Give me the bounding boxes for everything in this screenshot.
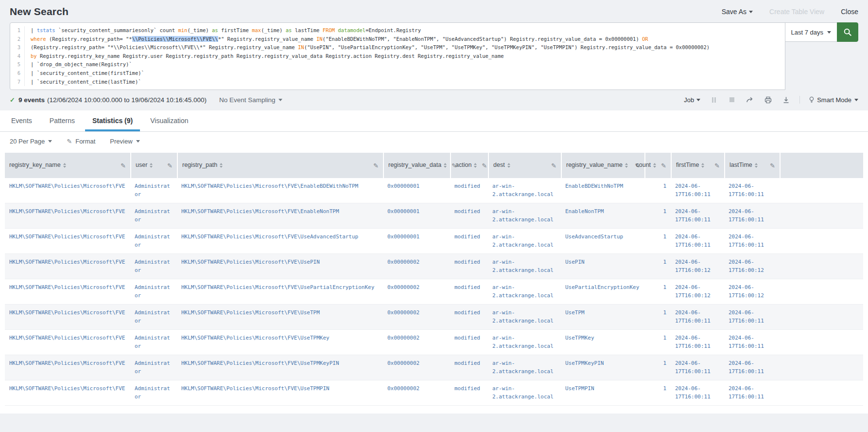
cell-dest[interactable]: ar-win-2.attackrange.local xyxy=(488,254,561,279)
cell-firstTime[interactable]: 2024-06-17T16:00:11 xyxy=(671,330,724,355)
cell-registry_value_name[interactable]: UsePIN xyxy=(561,254,644,279)
cell-action[interactable]: modified xyxy=(450,178,488,203)
format-menu[interactable]: Format xyxy=(67,138,95,145)
cell-registry_key_name[interactable]: HKLM\SOFTWARE\Policies\Microsoft\FVE xyxy=(5,229,130,253)
save-as-button[interactable]: Save As xyxy=(722,8,753,16)
cell-dest[interactable]: ar-win-2.attackrange.local xyxy=(488,380,561,405)
cell-count[interactable]: 1 xyxy=(644,380,671,405)
edit-column-icon[interactable] xyxy=(661,162,666,169)
share-icon[interactable] xyxy=(746,96,754,104)
cell-action[interactable]: modified xyxy=(450,229,488,253)
cell-registry_value_data[interactable]: 0x00000001 xyxy=(383,229,450,253)
cell-count[interactable]: 1 xyxy=(644,330,671,355)
tab-events[interactable]: Events xyxy=(4,110,39,131)
cell-lastTime[interactable]: 2024-06-17T16:00:11 xyxy=(724,330,780,355)
cell-registry_key_name[interactable]: HKLM\SOFTWARE\Policies\Microsoft\FVE xyxy=(5,355,130,380)
edit-column-icon[interactable] xyxy=(551,162,556,169)
cell-action[interactable]: modified xyxy=(450,203,488,228)
cell-dest[interactable]: ar-win-2.attackrange.local xyxy=(488,203,561,228)
tab-visualization[interactable]: Visualization xyxy=(143,110,195,131)
cell-dest[interactable]: ar-win-2.attackrange.local xyxy=(488,355,561,380)
header-cell-user[interactable]: user xyxy=(130,153,177,178)
cell-registry_value_name[interactable]: UseAdvancedStartup xyxy=(561,229,644,253)
cell-firstTime[interactable]: 2024-06-17T16:00:11 xyxy=(671,355,724,380)
cell-registry_value_data[interactable]: 0x00000002 xyxy=(383,279,450,304)
sort-icon[interactable] xyxy=(474,163,477,168)
cell-registry_value_name[interactable]: EnableNonTPM xyxy=(561,203,644,228)
edit-column-icon[interactable] xyxy=(482,162,487,169)
header-cell-registry_value_data[interactable]: registry_value_data xyxy=(383,153,450,178)
cell-registry_key_name[interactable]: HKLM\SOFTWARE\Policies\Microsoft\FVE xyxy=(5,330,130,355)
cell-user[interactable]: Administrator xyxy=(130,279,177,304)
cell-registry_value_data[interactable]: 0x00000001 xyxy=(383,203,450,228)
cell-dest[interactable]: ar-win-2.attackrange.local xyxy=(488,330,561,355)
cell-registry_path[interactable]: HKLM\SOFTWARE\Policies\Microsoft\FVE\Use… xyxy=(177,254,383,279)
cell-action[interactable]: modified xyxy=(450,305,488,329)
cell-dest[interactable]: ar-win-2.attackrange.local xyxy=(488,178,561,203)
cell-registry_value_name[interactable]: UseTPMKey xyxy=(561,330,644,355)
query-line[interactable]: 5| `drop_dm_object_name(Registry)` xyxy=(10,60,780,69)
edit-column-icon[interactable] xyxy=(121,162,126,169)
cell-action[interactable]: modified xyxy=(450,355,488,380)
query-line[interactable]: 3(Registry.registry_path= "*\\Policies\\… xyxy=(10,43,780,52)
preview-menu[interactable]: Preview xyxy=(110,138,139,145)
header-cell-lastTime[interactable]: lastTime xyxy=(724,153,780,178)
pause-icon[interactable] xyxy=(710,96,718,104)
edit-column-icon[interactable] xyxy=(167,162,173,169)
close-button[interactable]: Close xyxy=(841,8,858,16)
print-icon[interactable] xyxy=(764,96,772,104)
cell-registry_path[interactable]: HKLM\SOFTWARE\Policies\Microsoft\FVE\Use… xyxy=(177,380,383,405)
cell-registry_key_name[interactable]: HKLM\SOFTWARE\Policies\Microsoft\FVE xyxy=(5,305,130,329)
cell-registry_value_name[interactable]: UsePartialEncryptionKey xyxy=(561,279,644,304)
cell-count[interactable]: 1 xyxy=(644,355,671,380)
cell-registry_value_name[interactable]: EnableBDEWithNoTPM xyxy=(561,178,644,203)
job-menu[interactable]: Job xyxy=(684,96,700,104)
cell-registry_path[interactable]: HKLM\SOFTWARE\Policies\Microsoft\FVE\Ena… xyxy=(177,203,383,228)
cell-registry_value_name[interactable]: UseTPMPIN xyxy=(561,380,644,405)
cell-user[interactable]: Administrator xyxy=(130,380,177,405)
create-table-view-button[interactable]: Create Table View xyxy=(769,8,824,16)
per-page-menu[interactable]: 20 Per Page xyxy=(10,138,52,145)
cell-registry_value_data[interactable]: 0x00000002 xyxy=(383,305,450,329)
cell-registry_path[interactable]: HKLM\SOFTWARE\Policies\Microsoft\FVE\Use… xyxy=(177,305,383,329)
stop-icon[interactable] xyxy=(728,96,736,104)
sort-icon[interactable] xyxy=(507,163,510,168)
cell-firstTime[interactable]: 2024-06-17T16:00:11 xyxy=(671,203,724,228)
sort-icon[interactable] xyxy=(220,163,223,168)
cell-firstTime[interactable]: 2024-06-17T16:00:11 xyxy=(671,229,724,253)
cell-lastTime[interactable]: 2024-06-17T16:00:11 xyxy=(724,355,780,380)
cell-firstTime[interactable]: 2024-06-17T16:00:11 xyxy=(671,305,724,329)
sort-icon[interactable] xyxy=(625,163,628,168)
cell-registry_value_name[interactable]: UseTPMKeyPIN xyxy=(561,355,644,380)
cell-action[interactable]: modified xyxy=(450,279,488,304)
cell-firstTime[interactable]: 2024-06-17T16:00:11 xyxy=(671,178,724,203)
sort-icon[interactable] xyxy=(755,163,758,168)
cell-registry_key_name[interactable]: HKLM\SOFTWARE\Policies\Microsoft\FVE xyxy=(5,203,130,228)
cell-registry_path[interactable]: HKLM\SOFTWARE\Policies\Microsoft\FVE\Use… xyxy=(177,355,383,380)
cell-count[interactable]: 1 xyxy=(644,229,671,253)
cell-firstTime[interactable]: 2024-06-17T16:00:12 xyxy=(671,254,724,279)
cell-lastTime[interactable]: 2024-06-17T16:00:11 xyxy=(724,305,780,329)
query-line[interactable]: 7| `security_content_ctime(lastTime)` xyxy=(10,78,780,87)
query-line[interactable]: 2where (Registry.registry_path= "*\\Poli… xyxy=(10,35,780,44)
sort-icon[interactable] xyxy=(63,163,66,168)
cell-count[interactable]: 1 xyxy=(644,203,671,228)
cell-count[interactable]: 1 xyxy=(644,305,671,329)
edit-column-icon[interactable] xyxy=(373,162,379,169)
edit-column-icon[interactable] xyxy=(714,162,720,169)
cell-registry_path[interactable]: HKLM\SOFTWARE\Policies\Microsoft\FVE\Ena… xyxy=(177,178,383,203)
cell-registry_value_data[interactable]: 0x00000002 xyxy=(383,380,450,405)
cell-registry_value_data[interactable]: 0x00000002 xyxy=(383,355,450,380)
cell-count[interactable]: 1 xyxy=(644,279,671,304)
cell-count[interactable]: 1 xyxy=(644,178,671,203)
query-line[interactable]: 4by Registry.registry_key_name Registry.… xyxy=(10,52,780,61)
cell-action[interactable]: modified xyxy=(450,380,488,405)
cell-dest[interactable]: ar-win-2.attackrange.local xyxy=(488,229,561,253)
cell-registry_value_data[interactable]: 0x00000002 xyxy=(383,254,450,279)
cell-dest[interactable]: ar-win-2.attackrange.local xyxy=(488,305,561,329)
search-button[interactable] xyxy=(837,22,858,42)
cell-user[interactable]: Administrator xyxy=(130,355,177,380)
cell-lastTime[interactable]: 2024-06-17T16:00:11 xyxy=(724,203,780,228)
cell-lastTime[interactable]: 2024-06-17T16:00:12 xyxy=(724,279,780,304)
header-cell-count[interactable]: count xyxy=(644,153,671,178)
